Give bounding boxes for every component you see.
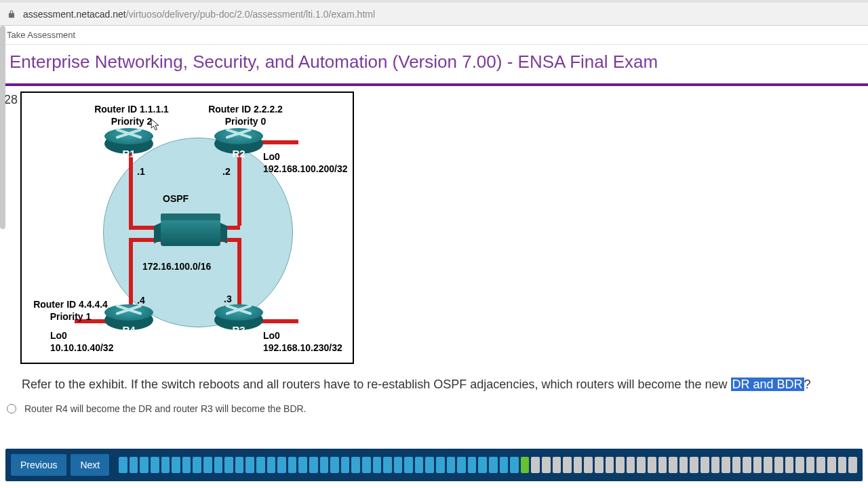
r2-lo-label: Lo0192.168.100.200/32 bbox=[263, 151, 348, 175]
progress-cell[interactable] bbox=[298, 457, 307, 473]
breadcrumb: Take Assessment bbox=[0, 26, 868, 45]
progress-cell[interactable] bbox=[753, 457, 762, 473]
progress-cell[interactable] bbox=[193, 457, 201, 473]
link bbox=[129, 152, 133, 226]
r4-host: .4 bbox=[137, 295, 145, 307]
progress-cell[interactable] bbox=[330, 457, 339, 473]
progress-cell[interactable] bbox=[203, 457, 212, 473]
progress-cell[interactable] bbox=[606, 457, 614, 473]
progress-cell[interactable] bbox=[542, 457, 551, 473]
link bbox=[259, 319, 298, 323]
progress-cell[interactable] bbox=[764, 457, 772, 473]
progress-cell[interactable] bbox=[235, 457, 244, 473]
progress-cell[interactable] bbox=[373, 457, 382, 473]
progress-cell[interactable] bbox=[553, 457, 561, 473]
progress-cell[interactable] bbox=[309, 457, 318, 473]
progress-cell[interactable] bbox=[214, 457, 223, 473]
progress-cell[interactable] bbox=[436, 457, 445, 473]
progress-cell[interactable] bbox=[362, 457, 371, 473]
progress-cell[interactable] bbox=[383, 457, 392, 473]
exhibit-diagram: R1 R2 R3 R4 Router ID 1.1.1.1Priority 2 … bbox=[20, 92, 354, 364]
progress-cell[interactable] bbox=[277, 457, 286, 473]
progress-cell[interactable] bbox=[172, 457, 180, 473]
page-title: Enterprise Networking, Security, and Aut… bbox=[0, 45, 868, 83]
progress-cell[interactable] bbox=[732, 457, 741, 473]
progress-cell[interactable] bbox=[288, 457, 297, 473]
progress-cell[interactable] bbox=[521, 457, 530, 473]
r4-lo-label: Lo010.10.10.40/32 bbox=[50, 330, 113, 354]
subnet-label: 172.16.100.0/16 bbox=[142, 261, 211, 273]
progress-cell[interactable] bbox=[701, 457, 709, 473]
progress-cell[interactable] bbox=[182, 457, 191, 473]
progress-cell[interactable] bbox=[267, 457, 276, 473]
progress-cell[interactable] bbox=[447, 457, 456, 473]
progress-cell[interactable] bbox=[722, 457, 730, 473]
progress-cell[interactable] bbox=[341, 457, 350, 473]
progress-cell[interactable] bbox=[838, 457, 847, 473]
progress-cell[interactable] bbox=[848, 457, 857, 473]
progress-cell[interactable] bbox=[457, 457, 466, 473]
progress-cell[interactable] bbox=[404, 457, 413, 473]
mouse-cursor-icon bbox=[151, 119, 160, 132]
router-r3: R3 bbox=[214, 304, 263, 334]
progress-cell[interactable] bbox=[161, 457, 170, 473]
progress-cell[interactable] bbox=[245, 457, 254, 473]
router-r2: R2 bbox=[214, 128, 263, 158]
progress-cell[interactable] bbox=[574, 457, 583, 473]
progress-cell[interactable] bbox=[151, 457, 159, 473]
progress-cell[interactable] bbox=[774, 457, 783, 473]
url-text: assessment.netacad.net/virtuoso/delivery… bbox=[23, 9, 375, 20]
progress-bar[interactable] bbox=[119, 455, 857, 474]
progress-cell[interactable] bbox=[415, 457, 424, 473]
progress-cell[interactable] bbox=[500, 457, 509, 473]
progress-cell[interactable] bbox=[489, 457, 498, 473]
switch-device bbox=[161, 220, 220, 246]
progress-cell[interactable] bbox=[563, 457, 572, 473]
r2-host: .2 bbox=[222, 166, 231, 178]
r1-host: .1 bbox=[137, 166, 145, 178]
page-scrollbar[interactable] bbox=[0, 26, 5, 229]
progress-cell[interactable] bbox=[394, 457, 403, 473]
answer-option-1[interactable]: Router R4 will become the DR and router … bbox=[0, 399, 868, 418]
lock-icon bbox=[7, 9, 16, 19]
progress-cell[interactable] bbox=[785, 457, 794, 473]
progress-cell[interactable] bbox=[595, 457, 604, 473]
progress-cell[interactable] bbox=[711, 457, 720, 473]
progress-cell[interactable] bbox=[637, 457, 646, 473]
progress-cell[interactable] bbox=[816, 457, 825, 473]
progress-cell[interactable] bbox=[795, 457, 804, 473]
progress-cell[interactable] bbox=[690, 457, 698, 473]
progress-cell[interactable] bbox=[658, 457, 667, 473]
progress-cell[interactable] bbox=[669, 457, 677, 473]
progress-cell[interactable] bbox=[351, 457, 360, 473]
address-bar[interactable]: assessment.netacad.net/virtuoso/delivery… bbox=[0, 3, 868, 26]
progress-cell[interactable] bbox=[806, 457, 815, 473]
r3-lo-label: Lo0192.168.10.230/32 bbox=[263, 330, 342, 354]
progress-cell[interactable] bbox=[616, 457, 625, 473]
progress-cell[interactable] bbox=[119, 457, 127, 473]
progress-cell[interactable] bbox=[648, 457, 656, 473]
progress-cell[interactable] bbox=[827, 457, 836, 473]
progress-cell[interactable] bbox=[320, 457, 329, 473]
r2-id-label: Router ID 2.2.2.2Priority 0 bbox=[184, 104, 307, 127]
progress-cell[interactable] bbox=[679, 457, 688, 473]
progress-cell[interactable] bbox=[468, 457, 477, 473]
progress-cell[interactable] bbox=[130, 457, 138, 473]
progress-cell[interactable] bbox=[425, 457, 434, 473]
previous-button[interactable]: Previous bbox=[11, 454, 66, 476]
footer-nav: Previous Next bbox=[5, 449, 863, 481]
r3-host: .3 bbox=[224, 293, 232, 306]
progress-cell[interactable] bbox=[510, 457, 519, 473]
progress-cell[interactable] bbox=[743, 457, 751, 473]
progress-cell[interactable] bbox=[531, 457, 540, 473]
answer-radio-1[interactable] bbox=[7, 404, 16, 413]
progress-cell[interactable] bbox=[224, 457, 233, 473]
answer-text-1: Router R4 will become the DR and router … bbox=[24, 403, 307, 414]
progress-cell[interactable] bbox=[627, 457, 635, 473]
progress-cell[interactable] bbox=[478, 457, 487, 473]
progress-cell[interactable] bbox=[584, 457, 593, 473]
next-button[interactable]: Next bbox=[71, 454, 109, 476]
progress-cell[interactable] bbox=[140, 457, 149, 473]
progress-cell[interactable] bbox=[256, 457, 265, 473]
r1-id-label: Router ID 1.1.1.1Priority 2 bbox=[71, 104, 193, 127]
